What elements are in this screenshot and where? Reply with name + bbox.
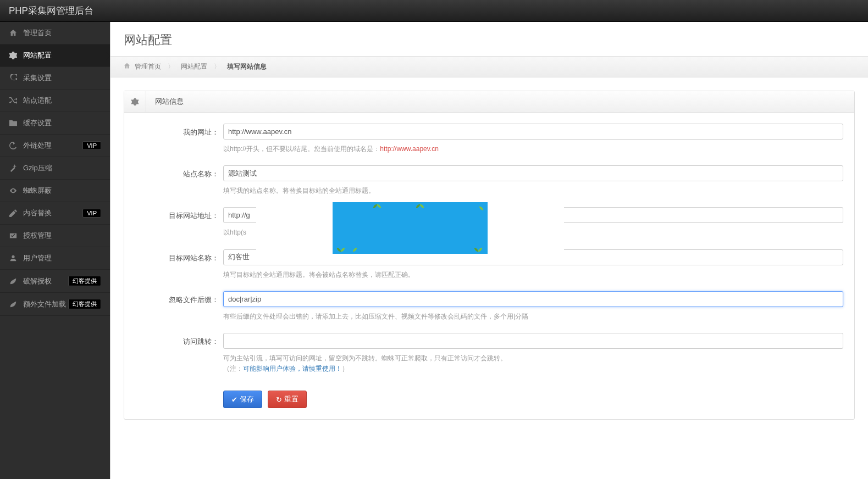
shuffle-icon (9, 96, 18, 105)
sidebar-link[interactable]: Gzip压缩 (0, 157, 110, 180)
sidebar-item-6[interactable]: Gzip压缩 (0, 157, 110, 180)
sidebar-link[interactable]: 网站配置 (0, 44, 110, 67)
help-ignoreext: 有些后缀的文件处理会出错的，请添加上去，比如压缩文件、视频文件等修改会乱码的文件… (223, 307, 843, 330)
sidebar-item-label: 缓存设置 (23, 118, 52, 128)
sidebar-link[interactable]: 采集设置 (0, 67, 110, 90)
reload-icon (9, 141, 18, 150)
input-ignoreext[interactable] (223, 291, 843, 307)
help-myurl: 以http://开头，但不要以/结尾。您当前使用的域名是：http://www.… (223, 140, 843, 162)
sidebar-item-11[interactable]: 破解授权幻客提供 (0, 270, 110, 293)
sidebar-link[interactable]: 额外文件加载幻客提供 (0, 293, 110, 316)
pencil-icon (9, 209, 18, 218)
label-ignoreext: 忽略文件后缀： (124, 291, 223, 330)
refresh-icon: ↻ (276, 396, 282, 404)
sidebar-item-10[interactable]: 用户管理 (0, 247, 110, 270)
sidebar-item-3[interactable]: 站点适配 (0, 90, 110, 112)
sidebar-item-7[interactable]: 蜘蛛屏蔽 (0, 180, 110, 202)
breadcrumb-item-1[interactable]: 网站配置 (181, 62, 207, 71)
sidebar-item-8[interactable]: 内容替换VIP (0, 202, 110, 225)
sidebar-link[interactable]: 破解授权幻客提供 (0, 270, 110, 293)
help-targetname: 填写目标站的全站通用标题。将会被站点名称替换，请匹配正确。 (223, 265, 843, 288)
label-targeturl: 目标网站地址： (124, 207, 223, 246)
sidebar-link[interactable]: 用户管理 (0, 247, 110, 270)
main: 网站配置 管理首页 〉 网站配置 〉 填写网站信息 网站信息 (110, 22, 868, 479)
sidebar-item-label: 管理首页 (23, 28, 52, 38)
label-myurl: 我的网址： (124, 124, 223, 162)
sidebar-badge: 幻客提供 (68, 299, 101, 309)
sidebar-item-label: Gzip压缩 (23, 163, 52, 173)
check-icon: ✔ (231, 396, 237, 404)
sidebar-item-label: 授权管理 (23, 231, 52, 241)
gear-icon (124, 91, 146, 112)
sidebar-item-label: 网站配置 (23, 51, 52, 60)
breadcrumb: 管理首页 〉 网站配置 〉 填写网站信息 (110, 56, 868, 77)
check-icon (9, 231, 18, 240)
sidebar-link[interactable]: 缓存设置 (0, 112, 110, 135)
sidebar-link[interactable]: 授权管理 (0, 225, 110, 247)
sidebar-badge: VIP (82, 141, 101, 150)
overlay-image (256, 198, 564, 258)
sidebar-item-12[interactable]: 额外文件加载幻客提供 (0, 293, 110, 316)
sidebar-link[interactable]: 外链处理VIP (0, 135, 110, 157)
page-title: 网站配置 (110, 22, 868, 56)
sidebar-link[interactable]: 管理首页 (0, 22, 110, 44)
sidebar-link[interactable]: 内容替换VIP (0, 202, 110, 225)
refresh-icon (9, 74, 18, 82)
sidebar-badge: 幻客提供 (68, 276, 101, 286)
sidebar-item-1[interactable]: 网站配置 (0, 44, 110, 67)
save-button[interactable]: ✔保存 (223, 391, 262, 408)
panel-header: 网站信息 (124, 91, 854, 113)
sidebar-link[interactable]: 蜘蛛屏蔽 (0, 180, 110, 202)
user-icon (9, 254, 18, 263)
home-icon (9, 29, 18, 37)
home-icon (124, 63, 130, 71)
sidebar-item-label: 用户管理 (23, 253, 52, 263)
reset-button[interactable]: ↻重置 (268, 391, 307, 408)
sidebar-item-label: 采集设置 (23, 73, 52, 83)
sidebar-badge: VIP (82, 209, 101, 218)
input-sitename[interactable] (223, 165, 843, 181)
sidebar-item-5[interactable]: 外链处理VIP (0, 135, 110, 157)
sidebar-item-0[interactable]: 管理首页 (0, 22, 110, 44)
sidebar-item-label: 站点适配 (23, 96, 52, 105)
leaf-icon (9, 277, 18, 286)
breadcrumb-sep: 〉 (168, 62, 174, 71)
sidebar-item-label: 外链处理 (23, 141, 52, 151)
sidebar-item-9[interactable]: 授权管理 (0, 225, 110, 247)
folder-icon (9, 119, 18, 127)
sidebar-item-label: 内容替换 (23, 208, 52, 218)
gear-icon (9, 51, 18, 60)
app-title: PHP采集网管理后台 (9, 4, 93, 17)
panel: 网站信息 我的网址： (124, 91, 855, 420)
help-redirect: 可为主站引流，填写可访问的网址，留空则为不跳转。蜘蛛可正常爬取，只有正常访问才会… (223, 349, 843, 382)
breadcrumb-item-0[interactable]: 管理首页 (135, 62, 161, 71)
sidebar-item-label: 破解授权 (23, 276, 52, 286)
label-redirect: 访问跳转： (124, 333, 223, 382)
sidebar: 管理首页网站配置采集设置站点适配缓存设置外链处理VIPGzip压缩蜘蛛屏蔽内容替… (0, 22, 110, 479)
eye-icon (9, 186, 18, 195)
label-sitename: 站点名称： (124, 165, 223, 204)
sidebar-item-label: 蜘蛛屏蔽 (23, 186, 52, 196)
wand-icon (9, 164, 18, 172)
label-targetname: 目标网站名称： (124, 249, 223, 288)
leaf-icon (9, 300, 18, 309)
input-myurl[interactable] (223, 124, 843, 140)
topbar: PHP采集网管理后台 (0, 0, 868, 22)
breadcrumb-sep: 〉 (214, 62, 220, 71)
input-redirect[interactable] (223, 333, 843, 349)
breadcrumb-item-2: 填写网站信息 (227, 62, 267, 71)
sidebar-link[interactable]: 站点适配 (0, 90, 110, 112)
sidebar-item-4[interactable]: 缓存设置 (0, 112, 110, 135)
panel-title: 网站信息 (146, 91, 192, 112)
sidebar-item-label: 额外文件加载 (23, 299, 66, 309)
sidebar-item-2[interactable]: 采集设置 (0, 67, 110, 90)
